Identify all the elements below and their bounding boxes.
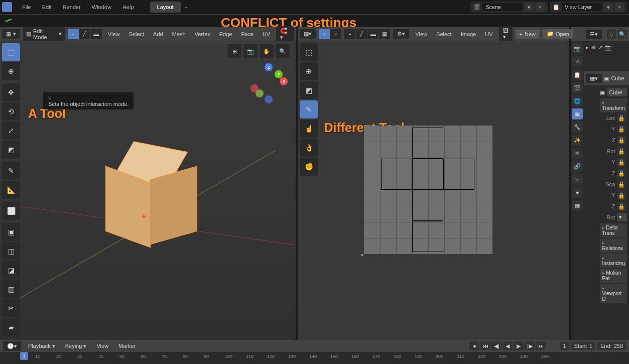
viewlayer-selector[interactable]: 📋 ▾ × [550,2,627,13]
uv-menu-uv[interactable]: UV [482,30,495,39]
tool-loopcut[interactable]: ▥ [2,280,20,298]
props-breadcrumb[interactable]: Cube [611,75,624,81]
tool-cursor[interactable]: ⊕ [2,62,20,80]
disclosure-icon[interactable]: ▸ [586,44,589,51]
tool-rotate[interactable]: ⟲ [2,102,20,120]
uv-menu-view[interactable]: View [412,30,430,39]
object-name-field[interactable]: Cube [607,88,627,96]
gizmo-neg-z[interactable] [265,95,273,103]
props-tab-physics[interactable]: ⚛ [572,148,583,159]
lock-icon[interactable]: 🔒 [617,113,626,123]
panel-delta[interactable]: Delta Trans [600,223,627,237]
scene-delete-icon[interactable]: × [536,3,545,12]
uv-editor-canvas[interactable]: ⬚ ⊕ ◩ ✎ ☝ 👌 ✊ Different Tool [298,41,569,340]
mesh-cube[interactable] [105,147,191,247]
tool-annotate[interactable]: ✎ [2,162,20,180]
viewport-3d-canvas[interactable]: ⬚ ⊕ ✥ ⟲ ⤢ ◩ ✎ 📐 ⬜ ▣ ◫ ◪ ▥ ✂ ▰ U Sets the… [0,41,296,340]
tool-polybuild[interactable]: ▰ [2,318,20,336]
mode-selector[interactable]: ▧ Edit Mode ▾ [23,27,65,42]
autokey-button[interactable]: ● [469,341,479,350]
tool-extrude[interactable]: ▣ [2,223,20,241]
camera-icon[interactable]: 📷 [605,44,612,51]
tool-bevel[interactable]: ◪ [2,261,20,279]
uv-sync-dropdown[interactable]: ⚙▾ [393,29,409,39]
viewport-menu-face[interactable]: Face [238,30,256,39]
props-tab-constraints[interactable]: 🔗 [572,161,583,172]
jump-start-button[interactable]: ⏮ [480,341,490,350]
uv-vert-mode[interactable]: ▪ [344,29,355,39]
lock-icon[interactable]: 🔒 [617,136,626,145]
tool-transform[interactable]: ◩ [2,141,20,159]
menu-file[interactable]: File [17,2,36,12]
menu-render[interactable]: Render [58,2,86,12]
scene-browse-icon[interactable]: ▾ [525,3,534,12]
props-tab-texture[interactable]: ▦ [572,200,583,211]
overlay-gizmos-button[interactable]: ⊞ [227,44,241,58]
play-button[interactable]: ▶ [514,341,524,350]
uv-face-mode[interactable]: ▬ [367,29,379,39]
arrow-icon[interactable]: ↗ [598,44,603,51]
timeline-type-dropdown[interactable]: 🕐▾ [3,341,21,351]
current-frame-input[interactable]: 1 [560,342,569,350]
viewport-menu-vertex[interactable]: Vertex [192,30,213,39]
editor-type-dropdown[interactable]: ▦▾ [2,29,20,39]
lock-icon[interactable]: 🔒 [617,169,626,178]
props-tab-object[interactable]: ▣ [572,108,583,119]
outliner-row[interactable]: ▸ 👁 ↗ 📷 [586,43,627,52]
uv-new-button[interactable]: +New [516,30,540,39]
navigation-gizmo[interactable]: Z Y X [248,63,289,103]
edge-select-mode[interactable]: ╱ [79,29,90,39]
blender-logo-icon[interactable] [2,2,12,12]
menu-edit[interactable]: Edit [37,2,57,12]
uv-island-mode[interactable]: ▦ [379,29,390,39]
viewport-menu-edge[interactable]: Edge [216,30,235,39]
outliner-type-dropdown[interactable]: ☰▾ [586,30,602,39]
play-reverse-button[interactable]: ◀ [502,341,513,350]
end-frame-input[interactable]: End:250 [597,342,626,350]
workspace-tab-layout[interactable]: Layout [150,2,181,13]
menu-window[interactable]: Window [87,2,116,12]
uv-tool-relax[interactable]: ✊ [300,158,318,176]
viewlayer-browse-icon[interactable]: ▾ [604,3,613,12]
tool-knife[interactable]: ✂ [2,299,20,317]
uv-tool-cursor[interactable]: ⊕ [300,62,318,80]
viewlayer-delete-icon[interactable]: × [615,3,624,12]
face-select-mode[interactable]: ▬ [91,29,102,39]
gizmo-x-axis[interactable]: X [280,77,288,85]
uv-tool-select[interactable]: ⬚ [300,43,318,61]
timeline-view-menu[interactable]: View [93,341,111,350]
timeline-ruler[interactable]: 1 10 20 30 40 50 60 70 80 90 100 110 120… [0,352,629,364]
uv-image-selector[interactable]: 🖼▾ [499,26,513,42]
start-frame-input[interactable]: Start:1 [571,342,595,350]
props-tab-data[interactable]: ▽ [572,174,583,185]
props-tab-viewlayer[interactable]: 📋 [572,69,583,80]
viewport-menu-add[interactable]: Add [150,30,166,39]
lock-icon[interactable]: 🔒 [617,125,626,134]
props-tab-output[interactable]: 🖨 [572,56,583,67]
uv-tool-annotate[interactable]: ✎ [300,100,318,118]
lock-icon[interactable]: 🔒 [617,191,626,200]
tool-add-cube[interactable]: ⬜ [2,202,20,220]
uv-editor-type-dropdown[interactable]: ▦▾ [300,29,316,39]
viewport-menu-uv[interactable]: UV [260,30,273,39]
tool-measure[interactable]: 📐 [2,181,20,199]
transform-panel-header[interactable]: Transform [600,98,627,112]
uv-tool-pinch[interactable]: 👌 [300,139,318,157]
props-tab-material[interactable]: ● [572,187,583,198]
viewport-menu-mesh[interactable]: Mesh [169,30,189,39]
timeline-marker-menu[interactable]: Marker [115,341,139,350]
props-tab-particles[interactable]: ✨ [572,135,583,146]
lock-icon[interactable]: 🔒 [617,202,626,211]
vertex-select-mode[interactable]: ▪ [68,29,79,39]
viewport-menu-select[interactable]: Select [126,30,148,39]
timeline-keying-menu[interactable]: Keying ▾ [62,341,90,351]
uv-menu-select[interactable]: Select [433,30,455,39]
uv-menu-image[interactable]: Image [458,30,479,39]
props-tab-render[interactable]: 📷 [572,43,583,54]
scene-name-input[interactable] [482,3,523,11]
panel-relations[interactable]: Relations [600,238,627,253]
outliner-filter-icon[interactable]: ▽ [607,30,616,39]
gizmo-z-axis[interactable]: Z [265,63,273,71]
outliner-tree[interactable]: ▸ 👁 ↗ 📷 [584,41,629,71]
tool-move[interactable]: ✥ [2,83,20,101]
